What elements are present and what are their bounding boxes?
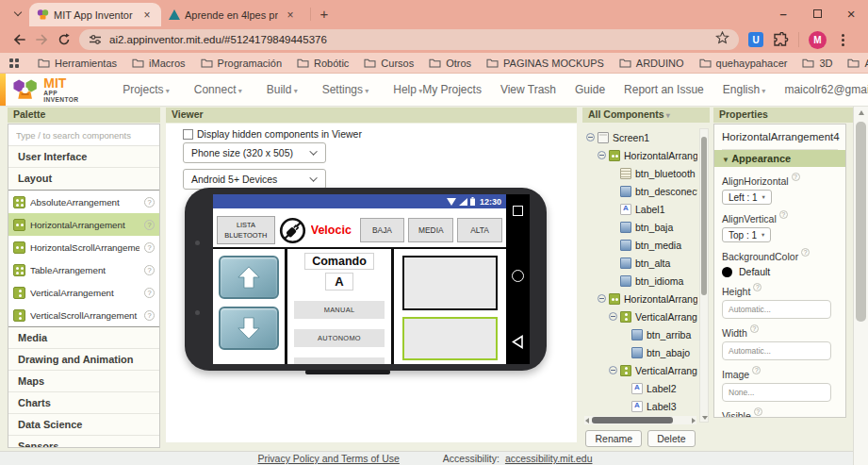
tree-horizontal-scrollbar[interactable] <box>584 416 696 424</box>
help-circle-icon[interactable] <box>144 310 155 321</box>
bookmark-item[interactable]: Otros <box>429 58 471 69</box>
vibration-mode-button[interactable]: VIBRACION <box>294 357 385 364</box>
manual-mode-button[interactable]: MANUAL <box>294 301 385 319</box>
nav-square-icon[interactable] <box>513 206 523 216</box>
back-button[interactable] <box>8 28 30 51</box>
palette-section[interactable]: Media <box>8 327 159 349</box>
bookmark-item[interactable]: Robótic <box>297 58 349 69</box>
scrollbar-thumb[interactable] <box>701 137 707 295</box>
phone-size-select[interactable]: Phone size (320 x 505) <box>183 142 326 163</box>
device-select[interactable]: Android 5+ Devices <box>183 169 326 190</box>
up-arrow-button[interactable] <box>219 256 279 299</box>
speed-high-button[interactable]: ALTA <box>457 218 502 242</box>
autonomous-mode-button[interactable]: AUTONOMO <box>294 329 385 347</box>
header-link[interactable]: Report an Issue <box>624 83 704 96</box>
bookmark-item[interactable]: ARDUINO <box>619 58 684 69</box>
collapse-minus-icon[interactable] <box>598 151 606 159</box>
collapse-minus-icon[interactable] <box>609 366 617 374</box>
tree-vertical-scrollbar[interactable] <box>699 128 709 423</box>
component-tree-item[interactable]: btn_baja <box>584 218 697 236</box>
down-arrow-button[interactable] <box>219 307 279 350</box>
help-circle-icon[interactable] <box>144 242 155 253</box>
help-circle-icon[interactable] <box>144 265 155 275</box>
collapse-minus-icon[interactable] <box>609 312 617 321</box>
hidden-components-checkbox[interactable] <box>183 129 193 140</box>
help-circle-icon[interactable] <box>779 210 788 219</box>
align-vertical-select[interactable]: Top : 1 <box>722 227 771 242</box>
bookmark-item[interactable]: PAGINAS MOCKUPS <box>486 58 604 69</box>
scroll-up-arrow[interactable] <box>859 110 864 115</box>
ublock-extension-icon[interactable]: U <box>748 32 763 47</box>
browser-tab-mit[interactable]: MIT App Inventor <box>29 3 161 26</box>
bookmark-star-icon[interactable] <box>715 31 729 48</box>
palette-component-item[interactable]: HorizontalScrollArrangement <box>8 236 159 258</box>
apps-grid-icon[interactable] <box>9 58 19 68</box>
help-circle-icon[interactable] <box>792 173 800 181</box>
component-tree-item[interactable]: Label2 <box>584 379 697 397</box>
close-button[interactable] <box>834 0 868 26</box>
tab-close-icon[interactable] <box>284 8 297 22</box>
scroll-down-arrow[interactable] <box>702 416 708 420</box>
reload-button[interactable] <box>53 28 75 51</box>
speed-low-button[interactable]: BAJA <box>360 218 405 242</box>
header-link[interactable]: View Trash <box>500 83 556 96</box>
collapse-minus-icon[interactable] <box>586 133 595 141</box>
browser-tab-aprende[interactable]: Aprende en 4lpes programación <box>161 3 304 26</box>
header-menu[interactable]: Help <box>393 83 422 96</box>
help-circle-icon[interactable] <box>750 324 759 333</box>
help-circle-icon[interactable] <box>801 248 810 257</box>
header-menu[interactable]: Connect <box>194 83 242 96</box>
nav-circle-icon[interactable] <box>512 270 524 282</box>
component-tree-item[interactable]: btn_idioma <box>584 272 697 290</box>
component-tree-item[interactable]: VerticalArrangemen <box>584 361 697 379</box>
components-title[interactable]: All Components <box>582 108 710 123</box>
component-tree-item[interactable]: btn_alta <box>584 254 697 272</box>
tab-search-button[interactable] <box>9 6 25 22</box>
height-field[interactable]: Automatic... <box>722 300 831 319</box>
speed-medium-button[interactable]: MEDIA <box>408 218 453 242</box>
scroll-left-arrow[interactable] <box>585 418 589 423</box>
bookmark-item[interactable]: Herramientas <box>38 58 117 69</box>
page-scrollbar[interactable] <box>853 107 868 465</box>
language-selector[interactable]: English <box>723 83 766 96</box>
scrollbar-thumb[interactable] <box>592 417 673 423</box>
component-tree-item[interactable]: HorizontalArrangemen <box>584 146 697 164</box>
scrollbar-thumb[interactable] <box>856 122 866 322</box>
palette-component-item[interactable]: TableArrangement <box>8 258 159 281</box>
header-menu[interactable]: Build <box>267 83 298 96</box>
bookmark-item[interactable]: Cursos <box>364 58 414 69</box>
palette-search-input[interactable] <box>8 125 159 146</box>
privacy-policy-link[interactable]: Privacy Policy and Terms of Use <box>258 453 400 464</box>
nav-back-triangle-icon[interactable] <box>512 335 524 349</box>
new-tab-button[interactable] <box>315 4 334 23</box>
scroll-right-arrow[interactable] <box>692 418 696 423</box>
background-color-picker[interactable]: Default <box>722 266 838 277</box>
component-tree-item[interactable]: btn_arriba <box>584 325 697 343</box>
component-tree-item[interactable]: btn_media <box>584 236 697 254</box>
url-input[interactable]: ai2.appinventor.mit.edu/#512417984944537… <box>79 29 739 50</box>
accessibility-link[interactable]: accessibility.mit.edu <box>505 453 593 464</box>
header-menu[interactable]: Settings <box>322 83 369 96</box>
palette-component-item[interactable]: VerticalArrangement <box>8 281 159 304</box>
profile-avatar[interactable]: M <box>809 31 827 49</box>
canvas-box[interactable] <box>402 256 498 310</box>
help-circle-icon[interactable] <box>144 220 155 230</box>
disconnect-plug-button[interactable] <box>279 216 307 244</box>
component-tree-item[interactable]: Screen1 <box>584 128 697 146</box>
bookmark-item[interactable]: quehaypahacer <box>699 58 788 69</box>
bookmark-item[interactable]: iMacros <box>132 58 186 69</box>
palette-section[interactable]: Maps <box>8 371 159 392</box>
palette-section[interactable]: Data Science <box>8 414 159 436</box>
component-tree-item[interactable]: btn_bluetooth <box>584 164 697 182</box>
browser-menu-icon[interactable] <box>836 34 849 46</box>
appearance-section-header[interactable]: Appearance <box>714 150 845 167</box>
image-field[interactable]: None... <box>722 383 831 402</box>
bluetooth-list-button[interactable]: LISTA BLUETOOTH <box>217 216 275 244</box>
palette-component-item[interactable]: AbsoluteArrangement <box>8 191 159 213</box>
header-link[interactable]: Guide <box>575 83 605 96</box>
component-tree-item[interactable]: Label1 <box>584 200 697 218</box>
align-horizontal-select[interactable]: Left : 1 <box>722 190 772 205</box>
app-logo[interactable]: MIT APP INVENTOR <box>11 76 85 103</box>
palette-section-layout[interactable]: Layout <box>8 168 159 190</box>
header-menu[interactable]: Projects <box>123 83 170 96</box>
